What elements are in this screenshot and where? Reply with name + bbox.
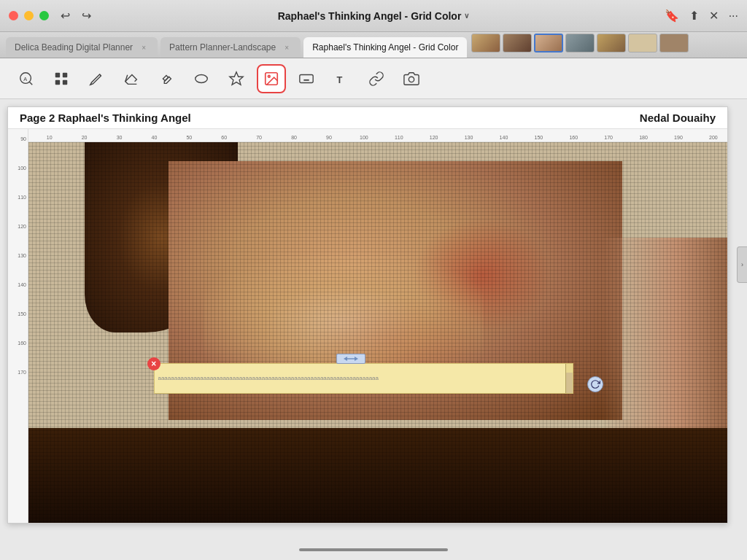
text-box[interactable]: aaaaaaaaaaaaaaaaaaaaaaaaaaaaaaaaaaaaaaaa… [154, 363, 573, 394]
beadwork-grid-area[interactable]: aaaaaaaaaaaaaaaaaaaaaaaaaaaaaaaaaaaaaaaa… [28, 142, 727, 523]
ruler-mark-10: 10 [47, 135, 53, 140]
ruler-area: 90 100 110 120 130 140 150 160 170 10 20… [8, 129, 727, 523]
tab-close-button[interactable]: × [282, 42, 292, 52]
ruler-mark-150: 150 [18, 311, 26, 316]
svg-marker-21 [355, 357, 358, 361]
page-author: Nedal Douaihy [640, 112, 716, 124]
svg-rect-11 [300, 74, 313, 82]
ruler-mark-50: 50 [186, 135, 192, 140]
ruler-mark-170: 170 [604, 135, 613, 140]
apps-tool-button[interactable] [47, 64, 76, 93]
ruler-mark-30: 30 [117, 135, 123, 140]
page-header: Page 2 Raphael's Thinking Angel Nedal Do… [8, 107, 727, 129]
thumbnail-strip [471, 34, 689, 52]
thumbnail-4[interactable] [565, 34, 595, 52]
toolbar: A [0, 58, 747, 99]
thumbnail-3-active[interactable] [534, 34, 563, 52]
beadwork-image [28, 142, 727, 523]
title-bar-right: 🔖 ⬆ ✕ ··· [665, 9, 738, 23]
ruler-mark-110: 110 [18, 195, 26, 200]
right-panel-toggle-button[interactable]: › [737, 246, 747, 283]
title-chevron-icon[interactable]: ∨ [464, 12, 469, 20]
grid-overlay [28, 142, 727, 523]
redo-icon[interactable]: ↪ [82, 9, 91, 23]
link-tool-button[interactable] [362, 64, 391, 93]
text-box-resize-handle[interactable] [336, 354, 365, 364]
undo-icon[interactable]: ↩ [61, 9, 70, 23]
close-icon[interactable]: ✕ [709, 9, 719, 23]
thumbnail-6[interactable] [628, 34, 657, 52]
ruler-mark-100: 100 [18, 166, 26, 171]
ruler-mark-130: 130 [465, 135, 473, 140]
eraser-tool-button[interactable] [117, 64, 146, 93]
ruler-top: 10 20 30 40 50 60 70 80 90 100 110 120 1… [28, 129, 727, 142]
thumbnail-1[interactable] [471, 34, 500, 52]
window-title: Raphael's Thinking Angel - Grid Color ∨ [278, 10, 470, 22]
tab-pattern-planner[interactable]: Pattern Planner-Landscape × [160, 37, 301, 58]
ruler-mark-190: 190 [674, 135, 683, 140]
ruler-mark-200: 200 [709, 135, 718, 140]
tab-raphael[interactable]: Raphael's Thinking Angel - Grid Color [303, 37, 467, 58]
ruler-mark-90: 90 [326, 135, 332, 140]
ruler-mark-20: 20 [82, 135, 88, 140]
ruler-mark-100: 100 [360, 135, 368, 140]
ruler-mark-150: 150 [534, 135, 543, 140]
svg-line-1 [29, 82, 32, 85]
maximize-window-button[interactable] [39, 11, 49, 20]
svg-rect-4 [63, 72, 67, 77]
svg-point-10 [268, 75, 270, 77]
highlight-tool-button[interactable] [152, 64, 181, 93]
share-icon[interactable]: ⬆ [689, 9, 699, 23]
ruler-mark-120: 120 [430, 135, 438, 140]
ruler-mark-160: 160 [569, 135, 578, 140]
ruler-left: 90 100 110 120 130 140 150 160 170 [8, 129, 28, 523]
bottom-scrollbar[interactable] [299, 548, 449, 551]
annotate-tool-button[interactable]: A [12, 64, 41, 93]
page: Page 2 Raphael's Thinking Angel Nedal Do… [7, 106, 728, 524]
tab-label: Delica Beading Digital Planner [15, 42, 133, 52]
ruler-mark-170: 170 [18, 370, 26, 375]
svg-marker-8 [230, 71, 243, 84]
svg-point-7 [196, 74, 208, 82]
shape-tool-button[interactable] [222, 64, 251, 93]
ruler-mark-110: 110 [395, 135, 403, 140]
thumbnail-2[interactable] [503, 34, 532, 52]
camera-tool-button[interactable] [397, 64, 426, 93]
thumbnail-5[interactable] [597, 34, 626, 52]
tab-bar: Delica Beading Digital Planner × Pattern… [0, 32, 747, 58]
bookmark-icon[interactable]: 🔖 [665, 9, 679, 23]
pen-tool-button[interactable] [82, 64, 111, 93]
svg-rect-6 [63, 79, 67, 84]
ruler-mark-40: 40 [152, 135, 158, 140]
tab-label: Pattern Planner-Landscape [169, 42, 276, 52]
text-box-content[interactable]: aaaaaaaaaaaaaaaaaaaaaaaaaaaaaaaaaaaaaaaa… [155, 375, 565, 381]
keyboard-tool-button[interactable] [292, 64, 321, 93]
svg-rect-5 [55, 79, 60, 84]
tab-label: Raphael's Thinking Angel - Grid Color [312, 42, 458, 52]
tab-close-button[interactable]: × [139, 42, 149, 52]
content-area: Page 2 Raphael's Thinking Angel Nedal Do… [0, 99, 735, 531]
image-tool-button[interactable] [257, 64, 286, 93]
ruler-mark-120: 120 [18, 224, 26, 229]
ruler-top-area: 10 20 30 40 50 60 70 80 90 100 110 120 1… [28, 129, 727, 523]
svg-rect-3 [55, 72, 60, 77]
svg-text:A: A [23, 75, 27, 82]
svg-text:T: T [337, 74, 343, 85]
tab-delica-planner[interactable]: Delica Beading Digital Planner × [6, 37, 158, 58]
ruler-mark-180: 180 [639, 135, 648, 140]
page-title: Page 2 Raphael's Thinking Angel [20, 112, 191, 124]
minimize-window-button[interactable] [24, 11, 34, 20]
text-delete-button[interactable]: × [147, 357, 160, 370]
lasso-tool-button[interactable] [187, 64, 216, 93]
ruler-mark-60: 60 [221, 135, 227, 140]
ruler-mark-160: 160 [18, 341, 26, 346]
title-bar: ↩ ↪ Raphael's Thinking Angel - Grid Colo… [0, 0, 747, 32]
chevron-right-icon: › [741, 261, 743, 268]
text-tool-button[interactable]: T [327, 64, 356, 93]
close-window-button[interactable] [9, 11, 18, 20]
title-bar-left: ↩ ↪ [9, 9, 91, 23]
text-box-scrollbar[interactable] [565, 364, 573, 393]
ruler-mark-90: 90 [20, 136, 26, 141]
more-icon[interactable]: ··· [729, 9, 738, 23]
thumbnail-7[interactable] [659, 34, 689, 52]
